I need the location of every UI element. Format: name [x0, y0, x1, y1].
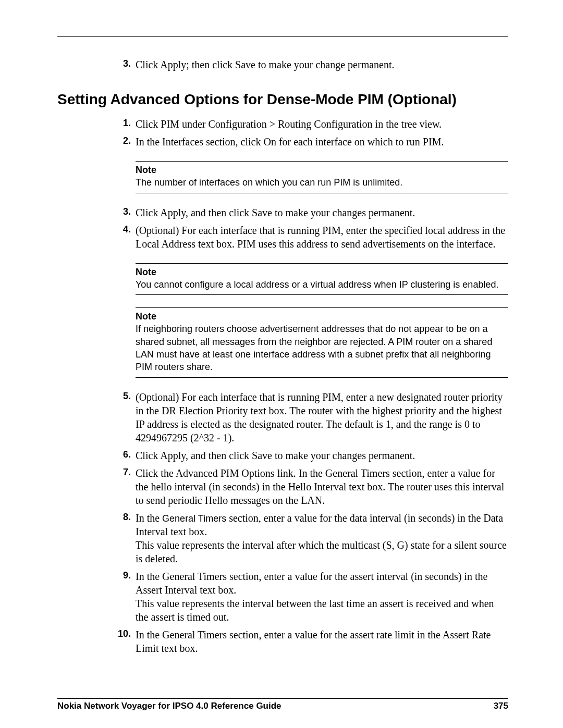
note-title: Note	[136, 164, 508, 176]
footer-rule	[57, 698, 508, 699]
page: 3. Click Apply; then click Save to make …	[0, 0, 563, 728]
step-num: 3.	[112, 58, 131, 70]
step-2: 2. In the Interfaces section, click On f…	[125, 135, 508, 149]
step-num: 8.	[112, 511, 131, 523]
note-title: Note	[136, 310, 508, 323]
step-text: In the Interfaces section, click On for …	[136, 136, 444, 147]
step-num: 2.	[112, 135, 131, 147]
footer-left: Nokia Network Voyager for IPSO 4.0 Refer…	[57, 701, 282, 711]
step-text: Click Apply; then click Save to make you…	[136, 59, 395, 70]
step-text: Click PIM under Configuration > Routing …	[136, 118, 442, 130]
t: This value represents the interval betwe…	[136, 598, 494, 623]
top-rule	[57, 36, 508, 37]
t: General Timers	[162, 513, 229, 524]
pre-steps: 3. Click Apply; then click Save to make …	[112, 58, 508, 71]
note-3: Note If neighboring routers choose adver…	[136, 307, 508, 377]
step-num: 4.	[112, 224, 131, 236]
step-text: In the General Timers section, enter a v…	[136, 571, 494, 623]
step-num: 7.	[112, 466, 131, 478]
step-num: 9.	[112, 570, 131, 582]
step-text: (Optional) For each interface that is ru…	[136, 391, 503, 443]
note-2: Note You cannot configure a local addres…	[136, 263, 508, 295]
step-num: 10.	[112, 628, 131, 640]
step-num: 3.	[112, 206, 131, 218]
footer: Nokia Network Voyager for IPSO 4.0 Refer…	[57, 698, 508, 711]
step-num: 5.	[112, 390, 131, 402]
pre-step-3: 3. Click Apply; then click Save to make …	[125, 58, 508, 71]
note-body: You cannot configure a local address or …	[136, 278, 508, 291]
note-title: Note	[136, 266, 508, 278]
step-text: Click Apply, and then click Save to make…	[136, 450, 415, 461]
step-10: 10. In the General Timers section, enter…	[125, 628, 508, 655]
step-9: 9. In the General Timers section, enter …	[125, 570, 508, 624]
step-8: 8. In the General Timers section, enter …	[125, 511, 508, 565]
step-num: 6.	[112, 449, 131, 461]
footer-row: Nokia Network Voyager for IPSO 4.0 Refer…	[57, 701, 508, 711]
step-3: 3. Click Apply, and then click Save to m…	[125, 206, 508, 219]
step-5: 5. (Optional) For each interface that is…	[125, 390, 508, 445]
t: This value represents the interval after…	[136, 539, 507, 564]
step-4: 4. (Optional) For each interface that is…	[125, 224, 508, 251]
step-text: (Optional) For each interface that is ru…	[136, 225, 505, 250]
t: In the General Timers section, enter a v…	[136, 571, 487, 596]
step-text: In the General Timers section, enter a v…	[136, 512, 507, 564]
main-steps: 1. Click PIM under Configuration > Routi…	[112, 117, 508, 655]
note-1: Note The number of interfaces on which y…	[136, 161, 508, 193]
step-text: In the General Timers section, enter a v…	[136, 629, 491, 654]
step-text: Click Apply, and then click Save to make…	[136, 207, 415, 218]
note-body: The number of interfaces on which you ca…	[136, 176, 508, 189]
step-6: 6. Click Apply, and then click Save to m…	[125, 449, 508, 462]
t: In the	[136, 512, 162, 524]
step-7: 7. Click the Advanced PIM Options link. …	[125, 466, 508, 507]
footer-page-number: 375	[494, 701, 508, 711]
step-num: 1.	[112, 117, 131, 129]
section-heading: Setting Advanced Options for Dense-Mode …	[57, 91, 508, 108]
step-1: 1. Click PIM under Configuration > Routi…	[125, 117, 508, 131]
note-body: If neighboring routers choose advertisem…	[136, 323, 508, 373]
step-text: Click the Advanced PIM Options link. In …	[136, 467, 504, 506]
